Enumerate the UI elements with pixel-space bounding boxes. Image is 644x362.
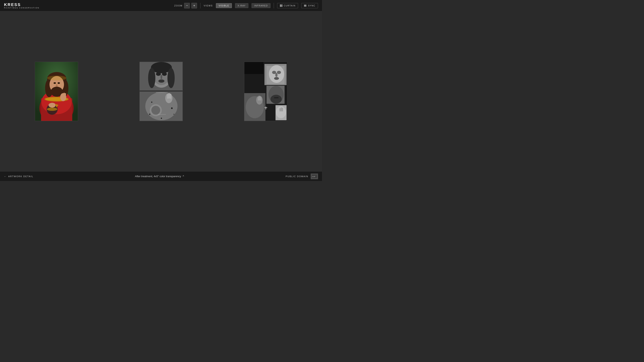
svg-point-70 <box>274 77 279 80</box>
svg-point-32 <box>48 103 56 108</box>
svg-point-44 <box>148 68 155 88</box>
view-infrared-button[interactable]: INFRARED <box>252 3 270 8</box>
logo-kress: KRESS <box>4 2 40 7</box>
svg-rect-71 <box>276 73 276 77</box>
svg-rect-25 <box>64 93 65 97</box>
svg-rect-50 <box>170 94 171 99</box>
svg-rect-79 <box>260 96 262 100</box>
svg-rect-80 <box>259 96 260 100</box>
panels-container <box>6 15 316 167</box>
svg-rect-60 <box>156 92 168 93</box>
divider-1 <box>200 3 200 8</box>
zoom-in-button[interactable]: + <box>192 3 197 8</box>
sync-button[interactable]: SYNC <box>301 3 318 8</box>
curtain-button[interactable]: CURTAIN <box>277 3 298 8</box>
svg-point-58 <box>174 114 174 115</box>
visible-painting-svg <box>35 62 78 121</box>
svg-point-29 <box>47 108 57 111</box>
zoom-group: ZOOM − + <box>174 3 197 8</box>
logo-subtitle: PAINTINGS CONSERVATION <box>4 7 40 9</box>
xray-image-wrapper[interactable] <box>140 62 183 121</box>
svg-point-18 <box>58 82 60 84</box>
xray-panel <box>111 15 211 167</box>
svg-rect-2 <box>304 5 305 7</box>
sync-icon <box>304 4 307 7</box>
public-domain-label: PUBLIC DOMAIN <box>286 175 308 178</box>
svg-rect-1 <box>281 4 282 7</box>
svg-rect-63 <box>244 62 264 74</box>
svg-rect-26 <box>62 93 64 97</box>
svg-point-56 <box>171 107 173 109</box>
footer-caption-area: After treatment, 4x5" color transparency… <box>135 175 184 178</box>
infrared-painting-svg <box>244 62 288 121</box>
svg-point-19 <box>56 84 58 87</box>
back-label: ARTWORK DETAIL <box>8 175 34 178</box>
svg-rect-4 <box>306 5 306 7</box>
svg-point-59 <box>161 118 162 119</box>
header-controls: ZOOM − + VIEWS VISIBLE X-RAY INFRARED CU… <box>174 3 318 8</box>
svg-rect-84 <box>282 108 283 111</box>
caption-caret-button[interactable]: ^ <box>183 175 184 178</box>
svg-rect-46 <box>140 91 183 91</box>
zoom-label: ZOOM <box>174 4 182 7</box>
svg-point-54 <box>151 106 160 115</box>
svg-point-57 <box>149 114 150 115</box>
footer: ← ARTWORK DETAIL After treatment, 4x5" c… <box>0 171 322 181</box>
svg-point-42 <box>158 79 164 83</box>
xray-painting-svg <box>140 62 183 121</box>
infrared-image-wrapper[interactable] <box>244 62 288 121</box>
svg-rect-81 <box>258 97 259 100</box>
svg-rect-41 <box>160 75 162 79</box>
svg-rect-52 <box>167 94 168 99</box>
svg-rect-86 <box>280 108 280 111</box>
svg-point-67 <box>272 71 276 74</box>
svg-point-45 <box>168 68 175 88</box>
iiif-logo[interactable]: IIIF <box>311 174 318 179</box>
svg-point-55 <box>151 102 152 103</box>
svg-rect-34 <box>55 105 58 106</box>
back-arrow-icon: ← <box>4 175 7 178</box>
zoom-out-button[interactable]: − <box>184 3 190 8</box>
visible-image-wrapper[interactable] <box>35 62 78 121</box>
main-content <box>0 11 322 171</box>
footer-right: PUBLIC DOMAIN IIIF <box>286 174 318 179</box>
svg-point-48 <box>145 92 178 120</box>
curtain-icon <box>280 4 282 7</box>
svg-rect-85 <box>281 107 282 111</box>
svg-rect-75 <box>274 97 278 98</box>
svg-rect-88 <box>264 107 267 108</box>
svg-text:IIIF: IIIF <box>312 176 316 178</box>
visible-panel <box>6 15 107 167</box>
view-xray-button[interactable]: X-RAY <box>235 3 248 8</box>
svg-rect-51 <box>168 93 170 98</box>
svg-rect-61 <box>158 114 166 115</box>
back-link[interactable]: ← ARTWORK DETAIL <box>4 175 34 178</box>
view-visible-button[interactable]: VISIBLE <box>216 3 232 8</box>
svg-rect-24 <box>65 93 66 97</box>
iiif-icon: IIIF <box>311 174 317 179</box>
svg-point-17 <box>54 82 56 84</box>
infrared-panel <box>215 15 316 167</box>
header: KRESS PAINTINGS CONSERVATION ZOOM − + VI… <box>0 0 322 11</box>
views-label: VIEWS <box>204 4 213 7</box>
svg-point-22 <box>47 76 66 80</box>
svg-point-68 <box>277 71 281 74</box>
caption-text: After treatment, 4x5" color transparency <box>135 175 181 178</box>
svg-point-74 <box>270 95 282 104</box>
svg-rect-0 <box>280 4 281 7</box>
svg-rect-3 <box>305 5 306 7</box>
logo-area: KRESS PAINTINGS CONSERVATION <box>4 2 40 9</box>
divider-2 <box>274 3 274 8</box>
